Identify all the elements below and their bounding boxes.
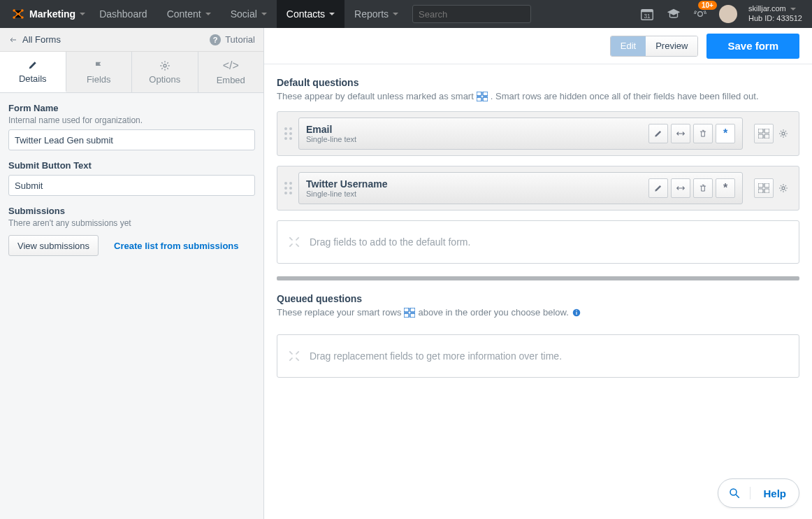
edit-field-button[interactable] — [648, 124, 668, 143]
svg-point-23 — [782, 187, 785, 190]
search-icon — [718, 487, 751, 499]
collapse-icon — [287, 235, 301, 249]
tab-embed[interactable]: </> Embed — [198, 52, 264, 92]
tab-fields[interactable]: Fields — [66, 52, 133, 92]
brand-menu[interactable]: Marketing — [7, 7, 89, 21]
svg-rect-19 — [758, 183, 763, 187]
svg-point-9 — [164, 64, 166, 67]
svg-rect-24 — [404, 308, 409, 312]
section-divider — [277, 276, 799, 280]
default-dropzone[interactable]: Drag fields to add to the default form. — [277, 220, 799, 264]
drag-handle-icon[interactable] — [284, 180, 291, 196]
info-icon[interactable] — [572, 308, 581, 318]
save-form-button[interactable]: Save form — [706, 34, 799, 59]
nav-content[interactable]: Content — [157, 0, 221, 28]
chevron-down-icon — [261, 13, 267, 15]
nav-contacts[interactable]: Contacts — [277, 0, 345, 28]
preview-toggle-button[interactable]: Preview — [646, 36, 697, 56]
field-settings-dropdown[interactable] — [778, 183, 792, 194]
form-name-label: Form Name — [8, 103, 255, 113]
trash-icon — [698, 129, 708, 138]
required-field-button[interactable]: * — [716, 178, 735, 198]
arrows-h-icon — [676, 183, 686, 193]
smart-row-icon — [758, 129, 769, 138]
form-name-help: Internal name used for organization. — [8, 115, 255, 125]
account-menu[interactable]: skilljar.com Hub ID: 433512 — [748, 4, 805, 24]
submit-text-input[interactable] — [8, 175, 255, 196]
field-settings-dropdown[interactable] — [778, 128, 792, 139]
submissions-title: Submissions — [8, 206, 255, 216]
svg-rect-17 — [764, 134, 769, 138]
chevron-down-icon — [205, 13, 211, 15]
chevron-down-icon — [80, 13, 85, 15]
nav-reports[interactable]: Reports — [345, 0, 408, 28]
notifications-icon[interactable]: 10+ — [693, 6, 708, 22]
svg-rect-25 — [410, 308, 415, 312]
field-card-twitter-username[interactable]: Twitter Username Single-line text * — [298, 172, 743, 204]
arrows-h-icon — [676, 129, 686, 138]
svg-point-18 — [782, 132, 785, 135]
queued-questions-desc: These replace your smart rows above in t… — [277, 307, 799, 318]
svg-rect-29 — [576, 311, 577, 314]
flag-icon — [93, 60, 104, 71]
tab-options[interactable]: Options — [132, 52, 198, 92]
move-field-button[interactable] — [671, 178, 690, 198]
svg-text:31: 31 — [644, 13, 651, 20]
back-to-all-forms[interactable]: All Forms — [8, 34, 61, 45]
field-type: Single-line text — [306, 190, 387, 198]
svg-point-31 — [730, 489, 737, 495]
edit-field-button[interactable] — [648, 178, 668, 198]
chevron-down-icon — [393, 13, 398, 15]
delete-field-button[interactable] — [693, 124, 713, 143]
svg-rect-30 — [576, 310, 577, 311]
default-questions-title: Default questions — [277, 77, 799, 88]
tutorial-link[interactable]: ? Tutorial — [210, 34, 255, 45]
smart-row-button[interactable] — [754, 124, 774, 143]
svg-rect-26 — [404, 313, 409, 318]
form-editor-panel: Edit Preview Save form Default questions… — [264, 28, 812, 519]
help-label: Help — [751, 488, 799, 499]
field-type: Single-line text — [306, 135, 356, 143]
view-submissions-button[interactable]: View submissions — [8, 235, 99, 256]
calendar-icon[interactable]: 31 — [639, 6, 655, 22]
smart-row-button[interactable] — [754, 178, 774, 198]
arrow-left-icon — [8, 36, 18, 44]
field-row: Email Single-line text * — [277, 111, 799, 156]
help-launcher[interactable]: Help — [718, 478, 799, 508]
field-name: Email — [306, 124, 356, 135]
gear-icon — [159, 60, 171, 71]
gear-icon — [778, 128, 789, 139]
chevron-down-icon — [790, 8, 796, 10]
smart-row-icon — [404, 308, 415, 318]
svg-point-8 — [698, 12, 703, 17]
queued-questions-title: Queued questions — [277, 293, 799, 304]
submissions-empty: There aren't any submissions yet — [8, 218, 255, 228]
avatar[interactable] — [719, 5, 737, 23]
edit-toggle-button[interactable]: Edit — [611, 36, 646, 56]
trash-icon — [698, 183, 708, 193]
academy-icon[interactable] — [666, 6, 681, 22]
tab-details[interactable]: Details — [0, 52, 66, 92]
delete-field-button[interactable] — [693, 178, 713, 198]
field-card-email[interactable]: Email Single-line text * — [298, 118, 743, 150]
field-row: Twitter Username Single-line text * — [277, 166, 799, 211]
required-field-button[interactable]: * — [716, 124, 735, 143]
nav-social[interactable]: Social — [221, 0, 277, 28]
asterisk-icon: * — [723, 182, 727, 194]
search-input[interactable] — [412, 5, 531, 23]
chevron-down-icon — [329, 13, 335, 15]
asterisk-icon: * — [723, 127, 727, 140]
nav-dashboard[interactable]: Dashboard — [89, 0, 157, 28]
svg-rect-10 — [477, 92, 481, 96]
create-list-link[interactable]: Create list from submissions — [114, 241, 238, 251]
svg-rect-15 — [764, 129, 769, 133]
svg-rect-16 — [758, 134, 763, 138]
question-icon: ? — [210, 34, 221, 45]
queued-dropzone[interactable]: Drag replacement fields to get more info… — [277, 334, 799, 378]
svg-rect-27 — [410, 313, 415, 318]
move-field-button[interactable] — [671, 124, 690, 143]
drag-handle-icon[interactable] — [284, 126, 291, 141]
form-name-input[interactable] — [8, 129, 255, 150]
field-name: Twitter Username — [306, 178, 387, 190]
gear-icon — [778, 183, 789, 194]
